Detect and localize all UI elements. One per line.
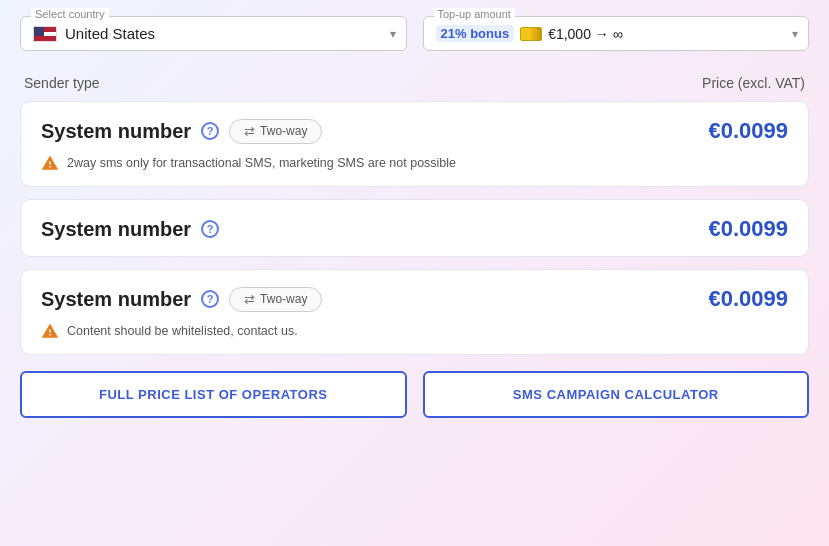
card-1-left: System number?⇄Two-way bbox=[41, 119, 322, 144]
card-1: System number?⇄Two-way€0.00992way sms on… bbox=[20, 101, 809, 187]
card-3: System number?⇄Two-way€0.0099Content sho… bbox=[20, 269, 809, 355]
card-1-price: €0.0099 bbox=[708, 118, 788, 144]
cards-container: System number?⇄Two-way€0.00992way sms on… bbox=[20, 101, 809, 355]
us-flag-icon bbox=[33, 26, 57, 42]
bottom-buttons: Full Price List of Operators SMS Campaig… bbox=[20, 371, 809, 418]
card-1-warning: 2way sms only for transactional SMS, mar… bbox=[41, 154, 788, 172]
card-3-two-way-badge: ⇄Two-way bbox=[229, 287, 322, 312]
card-1-help-icon[interactable]: ? bbox=[201, 122, 219, 140]
card-3-left: System number?⇄Two-way bbox=[41, 287, 322, 312]
card-1-title: System number bbox=[41, 120, 191, 143]
table-header: Sender type Price (excl. VAT) bbox=[20, 75, 809, 91]
card-2-title: System number bbox=[41, 218, 191, 241]
topup-chevron-icon: ▾ bbox=[792, 27, 798, 41]
card-1-two-way-badge: ⇄Two-way bbox=[229, 119, 322, 144]
card-1-two-way-label: Two-way bbox=[260, 124, 307, 138]
card-2-help-icon[interactable]: ? bbox=[201, 220, 219, 238]
country-value: United States bbox=[65, 25, 155, 42]
country-select-label: Select country bbox=[31, 8, 109, 20]
card-3-two-way-label: Two-way bbox=[260, 292, 307, 306]
two-way-arrow-icon: ⇄ bbox=[244, 292, 255, 307]
country-select-inner: United States bbox=[33, 25, 370, 42]
card-3-price: €0.0099 bbox=[708, 286, 788, 312]
topup-bonus-badge: 21% bonus bbox=[436, 25, 515, 42]
topup-select-label: Top-up amount bbox=[434, 8, 515, 20]
card-2-left: System number? bbox=[41, 218, 219, 241]
topup-value: €1,000 → ∞ bbox=[548, 26, 623, 42]
card-3-warning-text: Content should be whitelisted, contact u… bbox=[67, 324, 298, 338]
price-header: Price (excl. VAT) bbox=[702, 75, 805, 91]
card-1-main-row: System number?⇄Two-way€0.0099 bbox=[41, 118, 788, 144]
topup-select[interactable]: Top-up amount 21% bonus €1,000 → ∞ ▾ bbox=[423, 16, 810, 51]
card-2-main-row: System number?€0.0099 bbox=[41, 216, 788, 242]
card-3-warning: Content should be whitelisted, contact u… bbox=[41, 322, 788, 340]
topup-select-inner: 21% bonus €1,000 → ∞ bbox=[436, 25, 773, 42]
card-1-warning-text: 2way sms only for transactional SMS, mar… bbox=[67, 156, 456, 170]
calculator-button[interactable]: SMS Campaign Calculator bbox=[423, 371, 810, 418]
card-3-main-row: System number?⇄Two-way€0.0099 bbox=[41, 286, 788, 312]
card-3-warning-icon bbox=[41, 322, 59, 340]
top-selects-row: Select country United States ▾ Top-up am… bbox=[20, 16, 809, 51]
price-list-button[interactable]: Full Price List of Operators bbox=[20, 371, 407, 418]
two-way-arrow-icon: ⇄ bbox=[244, 124, 255, 139]
credit-card-icon bbox=[520, 27, 542, 41]
country-chevron-icon: ▾ bbox=[390, 27, 396, 41]
card-3-help-icon[interactable]: ? bbox=[201, 290, 219, 308]
sender-type-header: Sender type bbox=[24, 75, 100, 91]
card-2: System number?€0.0099 bbox=[20, 199, 809, 257]
card-2-price: €0.0099 bbox=[708, 216, 788, 242]
card-1-warning-icon bbox=[41, 154, 59, 172]
country-select[interactable]: Select country United States ▾ bbox=[20, 16, 407, 51]
card-3-title: System number bbox=[41, 288, 191, 311]
